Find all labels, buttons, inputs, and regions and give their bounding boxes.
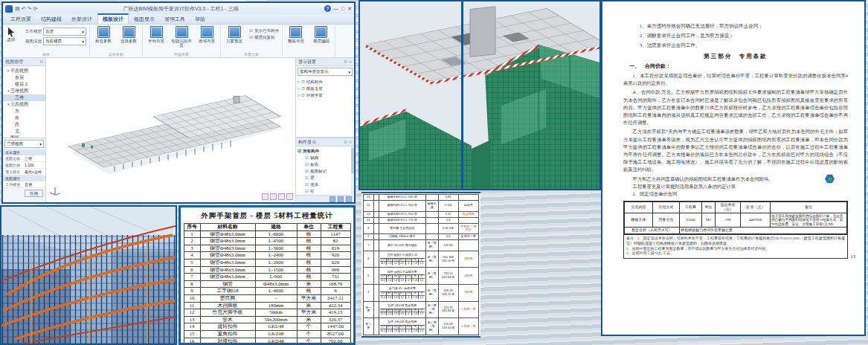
ribbon-button[interactable]: 智能识别布置 [170, 25, 193, 48]
materials-row: 7钢管Φ48x3.0mmL-900根731 [184, 274, 350, 281]
prop-section-basic: 基本属性 [3, 149, 45, 155]
scrollbar-thumb[interactable] [351, 148, 354, 173]
component-checkbox-item[interactable]: 轴网 [298, 155, 354, 161]
prop-row: 显示模式着色+边线 [3, 169, 45, 175]
window-control-button[interactable]: — [333, 5, 338, 13]
view-tree-item[interactable]: 三维 [3, 94, 45, 101]
materials-row: 8钢管Φ48x3.0mm米168.70 [184, 280, 350, 288]
list-tool-icon[interactable] [346, 196, 352, 202]
window-control-button[interactable]: □ [341, 5, 344, 13]
axis-gizmo-icon [49, 186, 61, 199]
calc-row: 5横杆 步距1.8 连续布置立杆16.2横杆2.4步距1.8斜杆0.9扣件4网1… [364, 268, 479, 285]
ribbon-tab[interactable]: 工程设置 [6, 15, 36, 24]
view-tool-icon[interactable] [286, 193, 293, 200]
materials-row: 12竹笆片脚手板50mm平方米419.13 [184, 309, 350, 317]
view-tree-item[interactable]: 平面视图 [3, 68, 45, 74]
help-icon[interactable]: ? [324, 5, 331, 12]
ribbon-group-params: 构造参数连接参数 架体参数 [90, 25, 143, 57]
view-depth-select[interactable]: 当前楼层▾ [43, 37, 86, 45]
pin-icon[interactable]: ⊟ [344, 140, 347, 144]
filter-checkbox-item[interactable]: 外脚手架 [298, 92, 354, 99]
3d-viewport[interactable] [46, 58, 295, 202]
ribbon-button[interactable]: 方案预览 [222, 25, 246, 43]
work-floor-select[interactable]: 首层▾ [43, 28, 86, 36]
materials-table: 序号材料名称规格单位工程量 1钢管Φ48x3.0mmL-6000根11472钢管… [184, 223, 351, 345]
calc-row: 13钢管Φ48×3.0 L-900 搭5.11每步每跨 [364, 211, 479, 217]
view-manager-header: 视图管理 ⊟ [3, 58, 45, 66]
component-display-panel: 构件显示 ⊟✕ 所有构件轴网标高视图标记梁墙体柱板悬挑钢梁预埋件连墙件楼梯安全网… [296, 138, 354, 202]
qat-icon[interactable]: ↶ [22, 5, 26, 13]
ribbon-tab[interactable]: 外架设计 [67, 15, 97, 24]
ribbon-button[interactable]: 手动布置 [144, 25, 168, 43]
materials-row: 14旋转扣件GKU48个1447.00 [184, 323, 350, 331]
apply-button[interactable]: 应用 [25, 190, 43, 197]
materials-row: 11木挡脚板180mm米422.34 [184, 302, 350, 309]
price-table-header: 分包内容分包方式工程量单位综合单价（元）合 价（元）备注 [625, 201, 847, 213]
view-tree-item[interactable]: 三维视图 [3, 88, 45, 94]
ribbon-button[interactable]: 构造参数 [91, 25, 115, 43]
ribbon-tab[interactable]: 管理工具 [160, 15, 190, 24]
ribbon-checkbox[interactable]: 显示已布构件 [249, 28, 279, 33]
view-tree-item[interactable]: 北 [3, 128, 45, 135]
window-controls: —□✕ [333, 5, 352, 13]
close-icon[interactable]: ✕ [349, 140, 352, 144]
view-tree-item[interactable]: 西 [3, 121, 45, 128]
bim-3d-model [46, 58, 295, 202]
pin-icon[interactable]: ⊟ [40, 59, 43, 64]
view-tree-item[interactable]: 楼层 2 [3, 81, 45, 88]
component-checkbox-item[interactable]: 墙体 [298, 181, 354, 188]
contract-document-page: 1、单方违约导致合同确已无法履行，双方协议终止合同；2、调解要求停止合同工作，且… [601, 0, 866, 336]
view-tree-item[interactable]: 东 [3, 108, 45, 115]
view-tree-item[interactable]: 首层 [3, 74, 45, 81]
ribbon-tab[interactable]: 模板设计 [97, 13, 129, 24]
select-tool-button[interactable]: 选择 [4, 25, 18, 42]
price-table-row: 楼栋主体 劳务分包 22646 M2 198 4483908 地下室车库按建筑面… [625, 213, 847, 228]
scrollbar[interactable] [351, 146, 354, 196]
component-checkbox-item[interactable]: 视图标记 [298, 168, 354, 175]
close-icon[interactable]: ✕ [349, 59, 352, 64]
ribbon-tab[interactable]: 结构建模 [36, 15, 66, 24]
pin-icon[interactable]: ⊟ [344, 59, 347, 64]
calc-row: 8密目网 全封闭挂设3.16 1米首层兜 二层防护 [364, 223, 479, 234]
chevron-down-icon: ▾ [348, 70, 350, 74]
view-tool-icon[interactable] [278, 193, 285, 200]
component-checkbox-item[interactable]: 所有构件 [298, 148, 354, 155]
calc-table: 11钢管Φ48×3.0 L-900 搭5.8112钢管Φ48×3.0 L-900… [363, 194, 479, 335]
materials-row: 2钢管Φ48x3.0mmL-4500根82 [184, 238, 350, 245]
column-header: 合 价（元） [741, 201, 771, 213]
ribbon-checkbox[interactable]: 楼层间复制 [249, 35, 279, 40]
property-type-select[interactable]: 三维视图▾ [4, 140, 44, 148]
chevron-down-icon: ▾ [82, 30, 84, 34]
view-tree-item[interactable]: 立面视图 [3, 101, 45, 108]
ribbon-button[interactable]: 面域布置 [195, 25, 219, 43]
column-header: 综合单价（元） [716, 201, 741, 213]
filter-checkbox-item[interactable]: 结构构件 [298, 79, 354, 86]
qat-icon[interactable]: ▤ [15, 5, 20, 13]
ribbon-button[interactable]: 楼层编辑 [309, 25, 333, 43]
window-control-button[interactable]: ✕ [347, 5, 352, 13]
view-tree-item[interactable]: 南 [3, 115, 45, 121]
list-tool-icon[interactable] [329, 196, 335, 202]
ribbon-button[interactable]: 连接参数 [117, 25, 141, 43]
component-checkbox-item[interactable]: 梁 [298, 175, 354, 181]
scaffold-3d-render [1, 207, 176, 344]
component-checkbox-item[interactable]: 标高 [298, 161, 354, 168]
ribbon-tab[interactable]: 帮助 [190, 15, 210, 24]
filter-mode-select[interactable]: 按构件类型显示▾ [298, 68, 353, 76]
component-checkbox-item[interactable]: 柱 [298, 188, 354, 195]
ribbon-tab[interactable]: 视图显示 [129, 15, 159, 24]
prop-row: 视图名称三维 [3, 155, 45, 162]
list-tool-icon[interactable] [338, 196, 344, 202]
materials-row: 1钢管Φ48x3.0mmL-6000根1147 [184, 230, 350, 238]
ribbon-button[interactable]: 整栋布置 [284, 25, 308, 43]
qat-icon[interactable]: ⟳ [33, 5, 37, 13]
filter-checkbox-item[interactable]: 模板支架 [298, 86, 354, 92]
chevron-down-icon: ▾ [39, 142, 42, 146]
contract-paragraph: 1、本工程价款采用固定综合单价，结算时综合单价不变，工程量计算和变更价款的调整依… [623, 72, 848, 87]
building-3d-render [360, 1, 599, 189]
materials-row: 13垫木50x200mm米320.37 [184, 316, 350, 323]
qat-icon[interactable]: ↷ [28, 5, 32, 13]
view-tool-icon[interactable] [270, 193, 277, 200]
image-divider [461, 1, 463, 189]
view-tool-icon[interactable] [262, 193, 269, 200]
